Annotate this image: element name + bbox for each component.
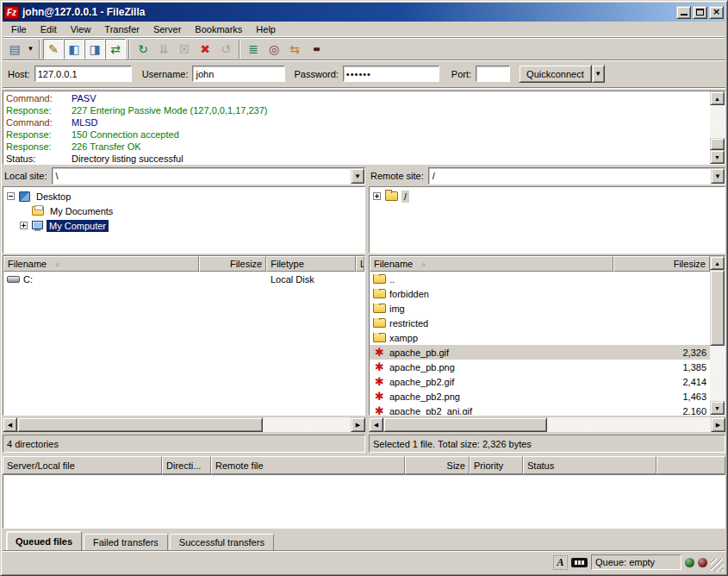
column-filesize[interactable]: Filesize	[199, 256, 266, 272]
column-remote-file[interactable]: Remote file	[211, 456, 405, 474]
remote-file-row[interactable]: ✱apache_pb.png 1,385	[370, 360, 710, 374]
menu-server[interactable]: Server	[146, 22, 188, 36]
resize-grip[interactable]	[711, 559, 724, 572]
tree-item-my-documents[interactable]: My Documents	[3, 203, 364, 218]
scroll-up-icon[interactable]: ▲	[710, 91, 725, 105]
scrollbar-thumb[interactable]	[710, 270, 725, 346]
sort-ascending-icon: ▲	[53, 260, 61, 268]
log-line: Command:MLSD	[6, 116, 722, 128]
column-filename[interactable]: Filename▲	[370, 256, 613, 272]
scrollbar-thumb[interactable]	[17, 417, 263, 432]
close-button[interactable]: ×	[709, 6, 724, 19]
remote-file-row[interactable]: forbidden	[370, 286, 710, 301]
menu-view[interactable]: View	[64, 22, 98, 36]
menu-transfer[interactable]: Transfer	[97, 22, 146, 36]
local-site-combobox[interactable]: \ ▼	[52, 167, 365, 185]
remote-file-row[interactable]: ..	[370, 272, 710, 286]
menu-help[interactable]: Help	[249, 22, 283, 36]
menu-file[interactable]: File	[4, 22, 34, 36]
scroll-down-icon[interactable]: ▼	[710, 150, 725, 164]
directory-comparison-icon[interactable]: ◎	[264, 39, 284, 59]
tree-item-my-computer[interactable]: My Computer	[3, 218, 364, 233]
scroll-left-icon[interactable]: ◀	[369, 417, 383, 432]
toggle-transfer-queue-icon[interactable]: ⇄	[105, 39, 126, 59]
find-files-icon[interactable]: ●●	[305, 39, 326, 59]
minimize-icon	[681, 14, 688, 16]
remote-file-row[interactable]: ✱apache_pb2.png 1,463	[370, 389, 710, 404]
toggle-local-tree-icon[interactable]: ◧	[64, 39, 84, 59]
remote-site-combobox[interactable]: / ▼	[428, 167, 725, 185]
tree-item-desktop[interactable]: Desktop	[3, 189, 364, 203]
column-filename[interactable]: Filename▲	[3, 256, 199, 272]
scroll-right-icon[interactable]: ▶	[711, 417, 725, 432]
log-line: Status:Directory listing successful	[6, 153, 722, 165]
toggle-message-log-icon[interactable]: ✎	[43, 39, 64, 59]
site-manager-icon[interactable]: ▤	[4, 39, 25, 59]
message-log: Command:PASV Response:227 Entering Passi…	[3, 91, 725, 165]
column-filetype[interactable]: Filetype	[266, 256, 356, 272]
remote-list-header: Filename▲ Filesize	[370, 256, 710, 272]
menu-bookmarks[interactable]: Bookmarks	[188, 22, 249, 36]
quickconnect-dropdown-icon[interactable]: ▼	[592, 65, 605, 83]
host-input[interactable]	[34, 66, 132, 82]
quickconnect-button[interactable]: Quickconnect	[519, 65, 592, 83]
column-last-modified[interactable]: L	[356, 256, 364, 272]
directory-listing-filters-icon[interactable]: ≣	[243, 39, 264, 59]
scroll-down-icon[interactable]: ▼	[710, 401, 725, 415]
column-server-local-file[interactable]: Server/Local file	[3, 456, 162, 474]
remote-site-value: /	[429, 168, 711, 184]
process-queue-icon: ⇊	[153, 39, 174, 59]
remote-horizontal-scrollbar[interactable]: ◀ ▶	[369, 417, 725, 433]
column-status[interactable]: Status	[523, 456, 656, 474]
password-input[interactable]	[343, 66, 439, 82]
site-manager-dropdown-icon[interactable]: ▼	[25, 39, 36, 59]
main-panes: Local site: \ ▼ Desktop My Documents	[3, 166, 725, 453]
toggle-remote-tree-icon[interactable]: ◨	[84, 39, 105, 59]
scrollbar-thumb[interactable]	[383, 417, 547, 432]
tab-failed-transfers[interactable]: Failed transfers	[84, 534, 168, 550]
scrollbar-thumb[interactable]	[710, 138, 725, 150]
image-file-icon: ✱	[373, 376, 386, 387]
queue-header: Server/Local file Directi... Remote file…	[3, 456, 725, 474]
remote-file-row[interactable]: ✱apache_pb2_ani.gif 2,160	[370, 404, 710, 415]
log-lines: Command:PASV Response:227 Entering Passi…	[3, 91, 725, 165]
scroll-right-icon[interactable]: ▶	[351, 417, 365, 432]
column-size[interactable]: Size	[405, 456, 470, 474]
port-input[interactable]	[476, 66, 510, 82]
synchronized-browsing-icon[interactable]: ⇆	[284, 39, 305, 59]
tab-successful-transfers[interactable]: Successful transfers	[170, 534, 274, 550]
minimize-button[interactable]	[676, 6, 691, 19]
local-horizontal-scrollbar[interactable]: ◀ ▶	[3, 417, 365, 433]
transfer-type-ascii-icon[interactable]: A	[553, 555, 568, 570]
remote-file-row-selected[interactable]: ✱apache_pb.gif 2,326	[370, 345, 710, 360]
chevron-down-icon[interactable]: ▼	[351, 168, 364, 184]
refresh-icon[interactable]: ↻	[133, 39, 153, 59]
expand-icon[interactable]	[373, 192, 381, 200]
scroll-left-icon[interactable]: ◀	[3, 417, 17, 432]
speed-limit-indicator-icon[interactable]	[571, 558, 588, 567]
collapse-icon[interactable]	[7, 192, 15, 200]
remote-vertical-scrollbar[interactable]: ▲ ▼	[710, 256, 725, 415]
chevron-down-icon[interactable]: ▼	[711, 168, 725, 184]
remote-file-row[interactable]: img	[370, 301, 710, 316]
username-input[interactable]	[192, 66, 285, 82]
disconnect-icon[interactable]: ✖	[195, 39, 215, 59]
log-vertical-scrollbar[interactable]: ▲ ▼	[710, 91, 725, 164]
remote-file-row[interactable]: ✱apache_pb2.gif 2,414	[370, 374, 710, 389]
maximize-button[interactable]	[693, 6, 707, 19]
tree-item-root[interactable]: /	[370, 189, 725, 203]
menu-edit[interactable]: Edit	[34, 22, 64, 36]
remote-file-row[interactable]: restricted	[370, 316, 710, 330]
scroll-up-icon[interactable]: ▲	[710, 256, 725, 270]
queue-list[interactable]	[3, 474, 725, 529]
folder-icon	[373, 333, 386, 342]
remote-file-row[interactable]: xampp	[370, 330, 710, 345]
tab-queued-files[interactable]: Queued files	[6, 531, 82, 550]
column-filesize[interactable]: Filesize	[613, 256, 710, 272]
local-file-row[interactable]: C: Local Disk	[3, 272, 364, 286]
maximize-icon	[696, 9, 704, 16]
menubar: File Edit View Transfer Server Bookmarks…	[3, 22, 725, 37]
expand-icon[interactable]	[20, 222, 28, 229]
column-direction[interactable]: Directi...	[162, 456, 211, 474]
column-priority[interactable]: Priority	[470, 456, 523, 474]
